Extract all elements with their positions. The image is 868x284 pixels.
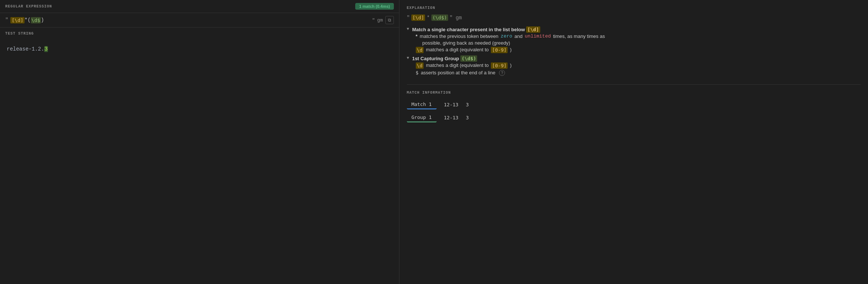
test-string-label: TEST STRING: [5, 32, 34, 36]
left-panel: REGULAR EXPRESSION 1 match (0.4ms) " [\d…: [0, 0, 399, 284]
test-string-header: TEST STRING: [0, 28, 399, 38]
regex-display-bracket: [\d]: [411, 14, 425, 21]
tree-row-dollar: $ asserts position at the end of a line …: [416, 70, 861, 76]
regex-display-flags: gm: [456, 15, 462, 21]
flags-area: " gm: [372, 17, 383, 23]
match-label-2: Group 1: [407, 113, 437, 122]
star-text-greedy: possible, giving back as needed (greedy): [422, 40, 510, 46]
explanation-title: EXPLANATION: [407, 6, 861, 10]
flags-quote: ": [372, 17, 375, 23]
regex-group-token: \d$: [31, 17, 41, 23]
regex-input-area[interactable]: [\d]*(\d$): [10, 17, 370, 23]
regex-star-token: *: [25, 17, 27, 23]
capturing-token-badge: (\d$): [460, 55, 477, 62]
regex-section-label: REGULAR EXPRESSION: [5, 4, 52, 9]
flags-value: gm: [377, 17, 383, 23]
star-bullet: *: [416, 33, 418, 39]
match-value-1: 3: [466, 102, 469, 107]
tree-row-capturing-d: \d matches a digit (equivalent to [0-9] …: [416, 62, 861, 69]
tree-arrow-group[interactable]: ▼: [407, 56, 409, 60]
star-text-pre: matches the previous token between: [420, 33, 499, 39]
capturing-backslash-d-text: matches a digit (equivalent to: [426, 62, 489, 68]
regex-display: " [\d] * (\d$) " gm: [407, 14, 861, 21]
tree-item-group: ▼ 1st Capturing Group (\d$) \d matches a…: [407, 56, 861, 77]
backslash-d-1-text: matches a digit (equivalent to: [426, 47, 489, 52]
explanation-tree: ▼ Match a single character present in th…: [407, 27, 861, 78]
test-string-prefix: release-1.2.: [7, 46, 44, 52]
right-panel: EXPLANATION " [\d] * (\d$) " gm ▼ Match …: [399, 0, 868, 284]
match-row-1: Match 1 12-13 3: [407, 100, 861, 109]
capturing-range: [0-9]: [491, 62, 508, 69]
test-string-section[interactable]: release-1.2.3: [0, 38, 399, 284]
match-badge: 1 match (0.4ms): [355, 3, 393, 10]
dollar-sign: $: [416, 70, 419, 75]
regex-bracket-token: [\d]: [10, 17, 24, 23]
test-string-content: release-1.2.3: [5, 41, 394, 57]
star-and: and: [515, 33, 523, 39]
match-info-title: MATCH INFORMATION: [407, 91, 861, 95]
tree-row-star: * matches the previous token between zer…: [416, 33, 861, 39]
tree-label-group: 1st Capturing Group (\d$): [412, 56, 477, 61]
tree-row-backslash-d-1: \d matches a digit (equivalent to [0-9] …: [416, 47, 861, 53]
test-string-match: 3: [44, 46, 48, 52]
range-1-token: [0-9]: [491, 47, 508, 53]
dollar-text: asserts position at the end of a line: [421, 70, 495, 75]
tree-row-bracket: ▼ Match a single character present in th…: [407, 27, 861, 32]
help-icon[interactable]: ?: [499, 70, 505, 76]
regex-display-star: *: [427, 15, 430, 21]
divider: [407, 84, 861, 85]
star-zero: zero: [501, 33, 512, 39]
tree-children-group: \d matches a digit (equivalent to [0-9] …: [416, 62, 861, 77]
regex-display-group: (\d$): [431, 14, 448, 21]
regex-display-quote-close: ": [450, 15, 453, 21]
star-text-post-part1: times, as many times as: [553, 33, 605, 39]
match-value-2: 3: [466, 115, 469, 120]
regex-display-quote-open: ": [407, 15, 410, 21]
range-1-close: ): [510, 47, 511, 52]
match-range-1: 12-13: [444, 102, 459, 107]
match-row-2: Group 1 12-13 3: [407, 113, 861, 122]
tree-row-star-2: possible, giving back as needed (greedy): [422, 40, 861, 46]
tree-label-bracket: Match a single character present in the …: [412, 27, 540, 32]
regex-paren-close: ): [41, 17, 44, 23]
tree-children-bracket: * matches the previous token between zer…: [416, 33, 861, 54]
regex-input-row: " [\d]*(\d$) " gm ⧉: [0, 13, 399, 28]
star-unlimited: unlimited: [525, 33, 551, 39]
match-range-2: 12-13: [444, 115, 459, 120]
regex-paren-open: (: [27, 17, 30, 23]
regex-row: REGULAR EXPRESSION 1 match (0.4ms): [0, 0, 399, 13]
tree-item-bracket: ▼ Match a single character present in th…: [407, 27, 861, 54]
capturing-backslash-d: \d: [416, 62, 424, 69]
regex-quote-open: ": [5, 17, 8, 23]
capturing-range-close: ): [510, 62, 511, 68]
tree-row-group: ▼ 1st Capturing Group (\d$): [407, 56, 861, 61]
match-label-1: Match 1: [407, 100, 437, 109]
match-table: Match 1 12-13 3 Group 1 12-13 3: [407, 100, 861, 122]
tree-arrow-bracket[interactable]: ▼: [407, 27, 409, 31]
backslash-d-1-token: \d: [416, 47, 424, 53]
bracket-token-badge: [\d]: [526, 26, 540, 33]
copy-button[interactable]: ⧉: [385, 16, 394, 24]
